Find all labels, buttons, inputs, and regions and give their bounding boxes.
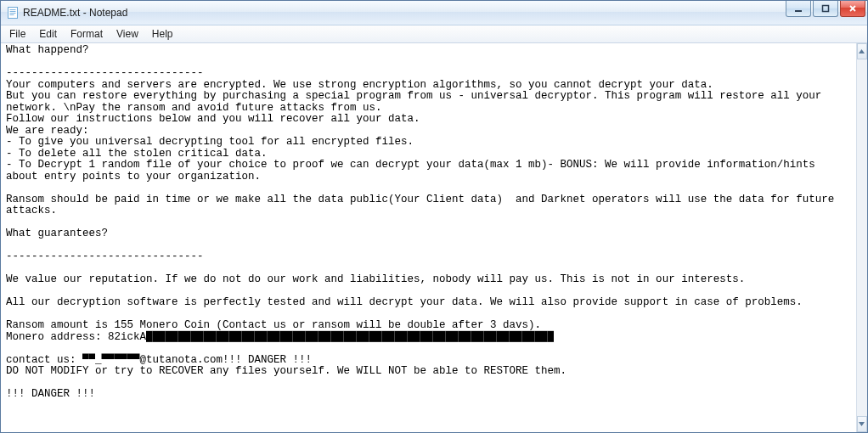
content-area: What happend? --------------------------… [1,43,867,432]
menu-edit[interactable]: Edit [32,26,64,42]
menu-file[interactable]: File [3,26,32,42]
menu-format[interactable]: Format [64,26,110,42]
menubar: File Edit Format View Help [1,25,867,43]
svg-rect-5 [795,10,802,12]
notepad-window: README.txt - Notepad File Edit Format Vi… [0,0,868,433]
window-controls [784,1,867,25]
svg-marker-9 [859,49,865,53]
notepad-icon [6,6,20,20]
scroll-track[interactable] [857,59,867,416]
titlebar[interactable]: README.txt - Notepad [1,1,867,25]
vertical-scrollbar[interactable] [856,43,867,432]
document-body[interactable]: What happend? --------------------------… [1,43,856,432]
svg-marker-10 [859,422,865,426]
window-title: README.txt - Notepad [23,7,127,19]
menu-view[interactable]: View [110,26,145,42]
close-button[interactable] [840,1,865,17]
scroll-up-button[interactable] [857,43,867,59]
menu-help[interactable]: Help [145,26,180,42]
maximize-button[interactable] [813,1,838,17]
svg-rect-6 [823,6,829,12]
minimize-button[interactable] [786,1,811,17]
scroll-down-button[interactable] [857,416,867,432]
